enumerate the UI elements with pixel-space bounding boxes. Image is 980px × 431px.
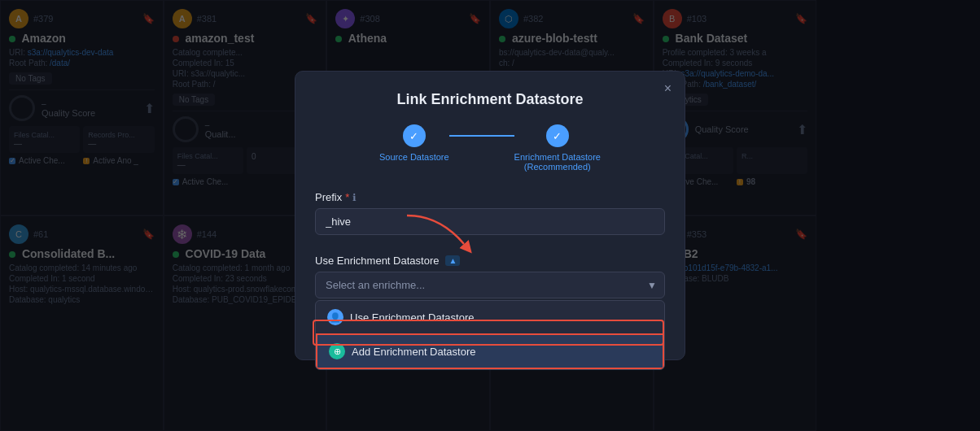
prefix-label: Prefix * ℹ <box>315 191 665 203</box>
dropdown-menu: 👤 Use Enrichment Datastore ⊕ Add Enrichm… <box>315 300 665 370</box>
step-source-circle: ✓ <box>403 124 426 147</box>
expand-icon: ▲ <box>445 255 460 266</box>
modal-title: Link Enrichment Datastore <box>315 91 665 108</box>
link-enrichment-modal: × Link Enrichment Datastore ✓ Source Dat… <box>295 71 685 360</box>
option-use-enrichment[interactable]: 👤 Use Enrichment Datastore <box>316 301 664 333</box>
use-enrichment-icon: 👤 <box>327 309 343 325</box>
step-enrichment-circle: ✓ <box>546 124 569 147</box>
step-enrichment: ✓ Enrichment Datastore(Recommended) <box>514 124 601 172</box>
prefix-input[interactable] <box>315 208 665 235</box>
option-add-enrichment[interactable]: ⊕ Add Enrichment Datastore <box>316 333 664 369</box>
modal-overlay: × Link Enrichment Datastore ✓ Source Dat… <box>0 0 980 431</box>
steps-row: ✓ Source Datastore ✓ Enrichment Datastor… <box>315 124 665 172</box>
required-star: * <box>345 191 349 203</box>
prefix-field-container: Prefix * ℹ <box>315 191 665 246</box>
enrichment-dropdown-container: Use Enrichment Datastore ▲ Select an enr… <box>315 255 665 298</box>
step-source: ✓ Source Datastore <box>379 124 449 162</box>
dropdown-wrapper: Select an enrichme... ▼ 👤 Use Enrichment… <box>315 272 665 298</box>
step-enrichment-label: Enrichment Datastore(Recommended) <box>514 152 601 172</box>
enrichment-dropdown-label: Use Enrichment Datastore ▲ <box>315 255 665 267</box>
info-icon: ℹ <box>352 192 357 203</box>
step-source-label: Source Datastore <box>379 152 449 162</box>
enrichment-select[interactable]: Select an enrichme... <box>315 272 665 298</box>
step-connector <box>449 135 514 137</box>
modal-close-button[interactable]: × <box>664 81 672 96</box>
add-enrichment-icon: ⊕ <box>329 343 345 359</box>
